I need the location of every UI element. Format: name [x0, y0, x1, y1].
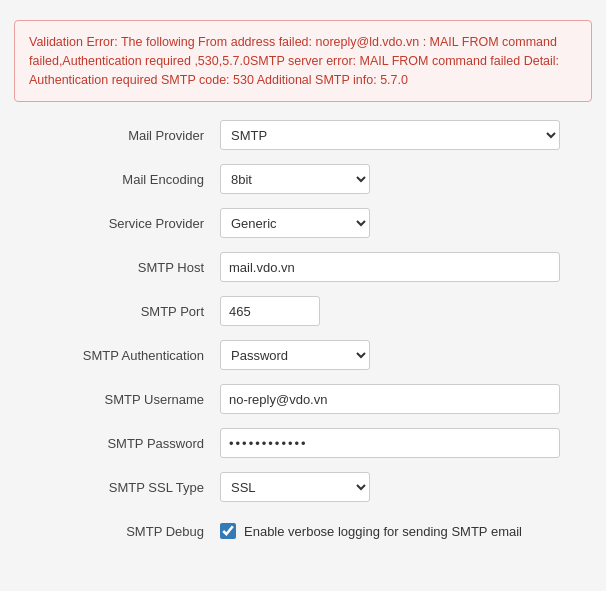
mail-provider-label: Mail Provider: [10, 128, 220, 143]
smtp-auth-control: Password: [220, 340, 596, 370]
smtp-host-input[interactable]: [220, 252, 560, 282]
smtp-password-input[interactable]: [220, 428, 560, 458]
mail-provider-select[interactable]: SMTP: [220, 120, 560, 150]
smtp-password-label: SMTP Password: [10, 436, 220, 451]
mail-encoding-row: Mail Encoding 8bit: [10, 162, 596, 196]
smtp-auth-row: SMTP Authentication Password: [10, 338, 596, 372]
smtp-debug-label: SMTP Debug: [10, 524, 220, 539]
smtp-password-row: SMTP Password: [10, 426, 596, 460]
service-provider-label: Service Provider: [10, 216, 220, 231]
mail-provider-control: SMTP: [220, 120, 596, 150]
smtp-auth-label: SMTP Authentication: [10, 348, 220, 363]
validation-error-text: Validation Error: The following From add…: [29, 35, 559, 87]
smtp-host-control: [220, 252, 596, 282]
mail-encoding-select[interactable]: 8bit: [220, 164, 370, 194]
smtp-debug-row: SMTP Debug Enable verbose logging for se…: [10, 514, 596, 548]
smtp-ssl-label: SMTP SSL Type: [10, 480, 220, 495]
smtp-debug-control: Enable verbose logging for sending SMTP …: [220, 523, 596, 539]
mail-encoding-label: Mail Encoding: [10, 172, 220, 187]
smtp-ssl-row: SMTP SSL Type SSL: [10, 470, 596, 504]
smtp-settings-form: Mail Provider SMTP Mail Encoding 8bit Se…: [0, 118, 606, 548]
smtp-debug-checkbox[interactable]: [220, 523, 236, 539]
smtp-username-input[interactable]: [220, 384, 560, 414]
smtp-ssl-select[interactable]: SSL: [220, 472, 370, 502]
smtp-ssl-control: SSL: [220, 472, 596, 502]
mail-encoding-control: 8bit: [220, 164, 596, 194]
smtp-port-row: SMTP Port: [10, 294, 596, 328]
validation-error-box: Validation Error: The following From add…: [14, 20, 592, 102]
service-provider-control: Generic: [220, 208, 596, 238]
smtp-debug-checkbox-label: Enable verbose logging for sending SMTP …: [244, 524, 522, 539]
page-wrapper: Validation Error: The following From add…: [0, 0, 606, 568]
smtp-username-label: SMTP Username: [10, 392, 220, 407]
smtp-auth-select[interactable]: Password: [220, 340, 370, 370]
smtp-host-row: SMTP Host: [10, 250, 596, 284]
smtp-debug-checkbox-row: Enable verbose logging for sending SMTP …: [220, 523, 596, 539]
mail-provider-row: Mail Provider SMTP: [10, 118, 596, 152]
smtp-port-control: [220, 296, 596, 326]
smtp-username-row: SMTP Username: [10, 382, 596, 416]
smtp-password-control: [220, 428, 596, 458]
smtp-port-input[interactable]: [220, 296, 320, 326]
smtp-port-label: SMTP Port: [10, 304, 220, 319]
service-provider-row: Service Provider Generic: [10, 206, 596, 240]
service-provider-select[interactable]: Generic: [220, 208, 370, 238]
smtp-host-label: SMTP Host: [10, 260, 220, 275]
smtp-username-control: [220, 384, 596, 414]
